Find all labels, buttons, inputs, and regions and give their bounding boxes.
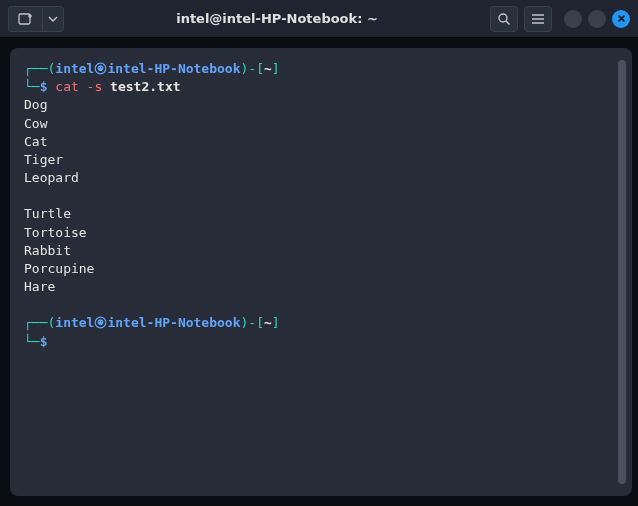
prompt-line-1-top: ┌──(intelintel-HP-Notebook)-[~]: [24, 60, 616, 78]
titlebar-right-group: [490, 6, 630, 32]
output-line: Porcupine: [24, 260, 616, 278]
hamburger-icon: [531, 13, 545, 25]
output-line: Dog: [24, 96, 616, 114]
scrollbar[interactable]: [616, 60, 626, 484]
window-controls: [564, 10, 630, 28]
output-line: [24, 187, 616, 205]
new-tab-button[interactable]: [8, 6, 42, 32]
output-line: Cat: [24, 133, 616, 151]
output-line: Hare: [24, 278, 616, 296]
output-line: Cow: [24, 115, 616, 133]
titlebar-left-group: [8, 6, 64, 32]
output-line: Rabbit: [24, 242, 616, 260]
prompt-line-2-bottom: └─$: [24, 333, 616, 351]
new-tab-dropdown-button[interactable]: [42, 6, 64, 32]
new-tab-icon: [18, 12, 34, 26]
terminal-container: ┌──(intelintel-HP-Notebook)-[~]└─$ cat -…: [0, 38, 638, 506]
command-arg: test2.txt: [110, 79, 180, 94]
prompt-line-2-top: ┌──(intelintel-HP-Notebook)-[~]: [24, 314, 616, 332]
svg-line-4: [506, 21, 510, 25]
search-icon: [497, 12, 511, 26]
prompt-line-1-bottom: └─$ cat -s test2.txt: [24, 78, 616, 96]
window-title: intel@intel-HP-Notebook: ~: [70, 11, 484, 26]
menu-button[interactable]: [524, 6, 552, 32]
scrollbar-thumb[interactable]: [618, 60, 626, 484]
kali-skull-icon: [94, 62, 107, 75]
output-line: Tortoise: [24, 224, 616, 242]
kali-skull-icon: [94, 316, 107, 329]
terminal-content: ┌──(intelintel-HP-Notebook)-[~]└─$ cat -…: [24, 60, 616, 484]
command-text: cat -s: [55, 79, 102, 94]
terminal[interactable]: ┌──(intelintel-HP-Notebook)-[~]└─$ cat -…: [10, 48, 632, 496]
output-line: Tiger: [24, 151, 616, 169]
search-button[interactable]: [490, 6, 518, 32]
maximize-button[interactable]: [588, 10, 606, 28]
close-icon: [617, 14, 626, 23]
blank-line: [24, 296, 616, 314]
titlebar: intel@intel-HP-Notebook: ~: [0, 0, 638, 38]
chevron-down-icon: [48, 16, 58, 22]
svg-point-3: [499, 14, 507, 22]
output-line: Turtle: [24, 205, 616, 223]
minimize-button[interactable]: [564, 10, 582, 28]
output-line: Leopard: [24, 169, 616, 187]
close-button[interactable]: [612, 10, 630, 28]
